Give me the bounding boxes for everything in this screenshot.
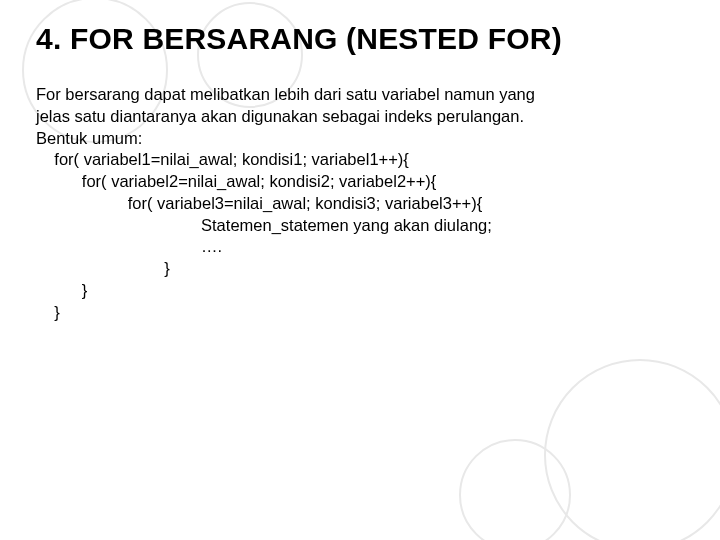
svg-point-2 bbox=[545, 360, 720, 540]
code-line: } bbox=[36, 281, 87, 299]
code-line: for( variabel1=nilai_awal; kondisi1; var… bbox=[36, 150, 409, 168]
slide-content: 4. FOR BERSARANG (NESTED FOR) For bersar… bbox=[0, 0, 720, 323]
code-line: } bbox=[36, 303, 60, 321]
paragraph-line: For bersarang dapat melibatkan lebih dar… bbox=[36, 85, 535, 103]
code-line: …. bbox=[36, 237, 222, 255]
code-line: for( variabel2=nilai_awal; kondisi2; var… bbox=[36, 172, 436, 190]
svg-point-3 bbox=[460, 440, 570, 540]
paragraph-line: jelas satu diantaranya akan digunakan se… bbox=[36, 107, 524, 125]
slide-heading: 4. FOR BERSARANG (NESTED FOR) bbox=[36, 22, 688, 56]
code-line: } bbox=[36, 259, 170, 277]
paragraph-line: Bentuk umum: bbox=[36, 129, 142, 147]
slide-body: For bersarang dapat melibatkan lebih dar… bbox=[36, 84, 688, 323]
code-line: for( variabel3=nilai_awal; kondisi3; var… bbox=[36, 194, 482, 212]
code-line: Statemen_statemen yang akan diulang; bbox=[36, 216, 492, 234]
